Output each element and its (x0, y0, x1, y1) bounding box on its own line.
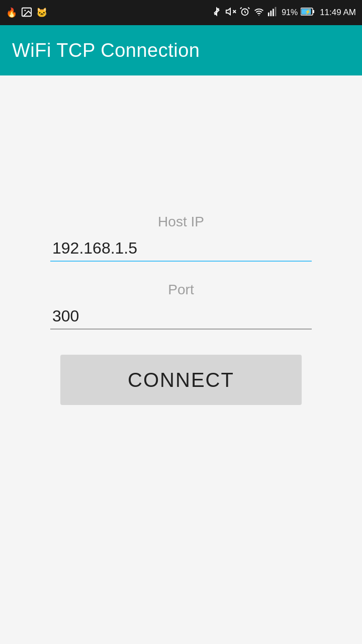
svg-rect-6 (275, 7, 277, 16)
main-content: Host IP Port CONNECT (0, 75, 362, 644)
alarm-icon (239, 6, 250, 19)
battery-icon: ⚡ (301, 7, 315, 18)
battery-percentage: 91% (282, 8, 298, 17)
cat-icon: 🐱 (36, 8, 47, 17)
form-container: Host IP Port CONNECT (50, 214, 312, 405)
port-group: Port (50, 282, 312, 330)
signal-icon (267, 6, 279, 19)
time-display: 11:49 AM (320, 8, 356, 18)
svg-text:⚡: ⚡ (305, 9, 311, 15)
app-bar: WiFi TCP Connection (0, 25, 362, 75)
host-ip-input[interactable] (50, 236, 312, 262)
status-bar-right: 91% ⚡ 11:49 AM (211, 6, 356, 19)
connect-button-label: CONNECT (128, 369, 234, 391)
host-ip-group: Host IP (50, 214, 312, 262)
svg-rect-5 (273, 9, 274, 17)
port-label: Port (168, 282, 194, 298)
mute-icon (225, 6, 236, 19)
connect-button[interactable]: CONNECT (60, 355, 302, 405)
host-ip-label: Host IP (158, 214, 204, 230)
port-input[interactable] (50, 304, 312, 330)
bluetooth-icon (211, 6, 222, 19)
wifi-icon (253, 6, 264, 19)
status-bar-left: 🔥 🐱 (6, 7, 47, 19)
svg-rect-3 (268, 13, 269, 16)
svg-rect-4 (270, 11, 272, 16)
status-bar: 🔥 🐱 (0, 0, 362, 25)
app-title: WiFi TCP Connection (12, 40, 200, 61)
svg-point-1 (24, 10, 26, 11)
svg-rect-8 (313, 10, 314, 13)
image-icon (21, 7, 32, 19)
fire-icon: 🔥 (6, 8, 17, 17)
